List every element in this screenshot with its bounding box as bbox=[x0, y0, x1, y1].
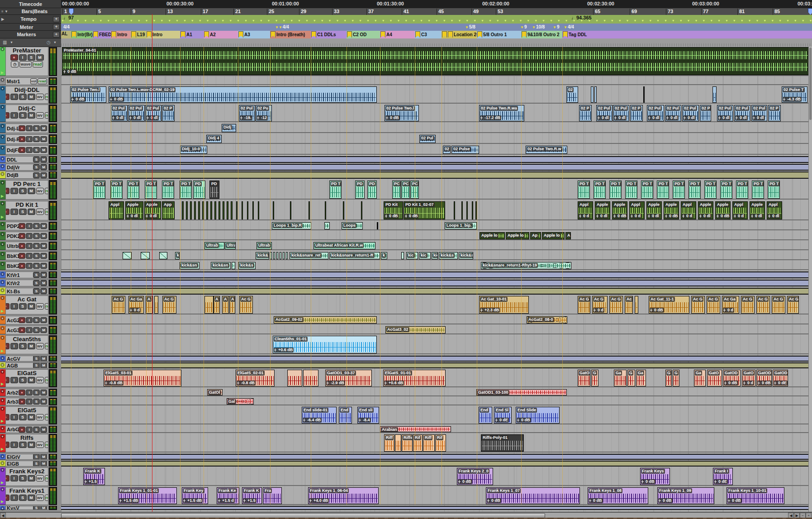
track-view-selector[interactable]: wv bbox=[36, 475, 44, 481]
playlist-arrow-icon[interactable]: ▶ bbox=[1, 447, 4, 451]
playlist-arrow-icon[interactable]: ▶ bbox=[1, 500, 4, 504]
track-view-selector[interactable]: wv bbox=[36, 94, 44, 100]
audio-clip[interactable] bbox=[214, 201, 216, 219]
track-lane-elgtv[interactable] bbox=[61, 454, 812, 460]
audio-clip[interactable]: Ac G bbox=[609, 296, 623, 314]
solo-button[interactable]: S bbox=[33, 125, 40, 131]
solo-button[interactable]: S bbox=[33, 427, 40, 433]
audio-clip[interactable] bbox=[454, 201, 455, 219]
clip-gain-badge[interactable]: 0 dB bbox=[385, 115, 400, 120]
clip-gain-badge[interactable]: -0.8 dB bbox=[237, 381, 256, 386]
track-name[interactable]: AcG2 bbox=[7, 318, 19, 323]
record-enable-button[interactable]: ● bbox=[19, 243, 25, 249]
audio-clip[interactable]: PD T bbox=[641, 181, 653, 199]
audio-clip[interactable]: Apple lo bbox=[542, 232, 565, 239]
collapse-chevron-icon[interactable]: ▾ bbox=[0, 272, 5, 276]
audio-clip[interactable]: ElGatS_01-01+0.6 dB bbox=[383, 370, 446, 386]
collapse-chevron-icon[interactable]: ▾ bbox=[0, 454, 5, 458]
track-name[interactable]: PreMaster bbox=[6, 47, 48, 54]
audio-clip[interactable]: 02 Pul-19. bbox=[239, 105, 255, 121]
audio-clip[interactable]: Apple0 dl bbox=[125, 201, 143, 219]
mute-button[interactable]: M bbox=[40, 125, 47, 131]
input-monitor-button[interactable]: I bbox=[10, 112, 18, 119]
track-view-selector[interactable]: wv bbox=[36, 303, 44, 309]
audio-clip[interactable]: PD T bbox=[768, 181, 780, 199]
audio-clip[interactable] bbox=[461, 201, 463, 219]
marker-9-10-8-outro-2[interactable]: 9&10/8 Outro 2 bbox=[522, 31, 560, 38]
audio-clip[interactable] bbox=[123, 252, 132, 259]
audio-clip[interactable]: Ac G bbox=[578, 296, 590, 314]
audio-clip[interactable]: PD T bbox=[689, 181, 701, 199]
edit-timeline[interactable]: PreMaster_04-010 dB02 Pulse Two.l0 dB02 … bbox=[61, 47, 812, 512]
track-name[interactable]: PD Kit 1 bbox=[6, 201, 48, 208]
audio-clip[interactable]: G bbox=[591, 370, 598, 386]
audio-clip[interactable]: Gal bbox=[227, 398, 254, 405]
solo-button[interactable]: S bbox=[33, 253, 40, 259]
track-name[interactable]: Frank Keys2 bbox=[6, 468, 48, 475]
audio-clip[interactable]: Frank I0 dE bbox=[713, 468, 733, 485]
solo-button[interactable]: S bbox=[28, 54, 35, 61]
track-lane-ddjvr[interactable] bbox=[61, 164, 812, 171]
add-event-button[interactable]: + bbox=[53, 16, 60, 22]
audio-clip[interactable]: GatO0 d bbox=[742, 370, 755, 386]
clip-gain-badge[interactable]: 0 dl bbox=[752, 115, 765, 120]
audio-clip[interactable]: Ultrab bbox=[256, 242, 272, 249]
mute-button[interactable]: M bbox=[28, 377, 35, 383]
ruler-label-timecode[interactable]: Timecode bbox=[0, 0, 61, 8]
clip-gain-badge[interactable]: 0 dB bbox=[71, 97, 85, 102]
marker-intro[interactable]: Intro bbox=[147, 31, 162, 38]
audio-clip[interactable]: Apple0 dB bbox=[664, 201, 679, 219]
track-color-strip[interactable]: ▾ bbox=[0, 222, 5, 230]
track-lane-ddjfl[interactable] bbox=[61, 145, 812, 155]
mute-button[interactable]: M bbox=[40, 461, 47, 467]
track-color-strip[interactable]: ▾▶ bbox=[0, 487, 5, 505]
collapse-chevron-icon[interactable]: ▾ bbox=[0, 468, 5, 472]
audio-clip[interactable]: Ap bbox=[530, 232, 541, 239]
clip-gain-badge[interactable]: 0 dB bbox=[658, 498, 673, 503]
sub-ruler-strip[interactable] bbox=[61, 38, 812, 47]
audio-clip[interactable]: Riff bbox=[423, 434, 435, 452]
audio-clip[interactable]: Ac G bbox=[787, 296, 799, 314]
collapse-chevron-icon[interactable]: ▾ bbox=[0, 262, 5, 266]
audio-clip[interactable]: Frank K+1.5 bbox=[242, 487, 262, 504]
clip-gain-badge[interactable]: -12 bbox=[256, 115, 268, 120]
audio-clip[interactable]: kick&snare_return1-R bbox=[329, 252, 380, 259]
clip-gain-badge[interactable]: 0 dl bbox=[647, 214, 660, 219]
audio-clip[interactable] bbox=[591, 86, 594, 103]
audio-clip[interactable] bbox=[377, 222, 378, 229]
mute-button[interactable]: M bbox=[28, 209, 35, 215]
audio-clip[interactable] bbox=[343, 201, 344, 219]
audio-clip[interactable]: kick&snare_return1-Rhyt-19 bbox=[481, 262, 571, 269]
audio-clip[interactable]: GatOD0 dB bbox=[723, 370, 741, 386]
track-lane-agb[interactable] bbox=[61, 362, 812, 368]
track-view-selector[interactable]: wv bbox=[36, 414, 44, 420]
audio-clip[interactable]: Ga bbox=[614, 370, 627, 386]
mute-button[interactable]: M bbox=[40, 390, 47, 395]
marker-location-20[interactable]: Location 20 bbox=[442, 31, 479, 38]
automation-mode-selector[interactable]: red bbox=[45, 112, 49, 119]
solo-button[interactable]: S bbox=[33, 399, 40, 405]
playlist-arrow-icon[interactable]: ▶ bbox=[1, 194, 4, 198]
track-color-strip[interactable]: ▾ bbox=[0, 134, 5, 144]
audio-clip[interactable] bbox=[325, 201, 326, 219]
track-color-strip[interactable]: ▾ bbox=[0, 156, 5, 163]
audio-clip[interactable] bbox=[472, 201, 473, 219]
track-name[interactable]: DDL bbox=[7, 157, 33, 162]
clip-gain-badge[interactable]: -19. bbox=[240, 115, 252, 120]
record-enable-button[interactable]: ● bbox=[19, 125, 25, 131]
record-enable-button[interactable]: ● bbox=[5, 188, 9, 194]
record-enable-button[interactable]: ● bbox=[5, 209, 9, 215]
track-name[interactable]: ElGat5 bbox=[6, 407, 48, 414]
track-lane-ultrbt[interactable] bbox=[61, 242, 812, 250]
audio-clip[interactable]: GatO bbox=[707, 370, 722, 386]
audio-clip[interactable]: k bbox=[381, 252, 387, 259]
record-enable-button[interactable]: ● bbox=[19, 327, 25, 333]
solo-button[interactable]: S bbox=[33, 362, 40, 368]
mute-button[interactable]: M bbox=[28, 112, 35, 119]
audio-clip[interactable]: Ac G bbox=[162, 296, 176, 314]
clip-gain-badge[interactable]: -4.3 dB bbox=[783, 97, 802, 102]
track-view-selector[interactable]: wv bbox=[36, 112, 44, 119]
track-color-strip[interactable]: ▾ bbox=[0, 77, 5, 85]
audio-clip[interactable]: 02 Pul0 dl bbox=[734, 105, 750, 121]
collapse-chevron-icon[interactable]: ▾ bbox=[0, 78, 5, 82]
